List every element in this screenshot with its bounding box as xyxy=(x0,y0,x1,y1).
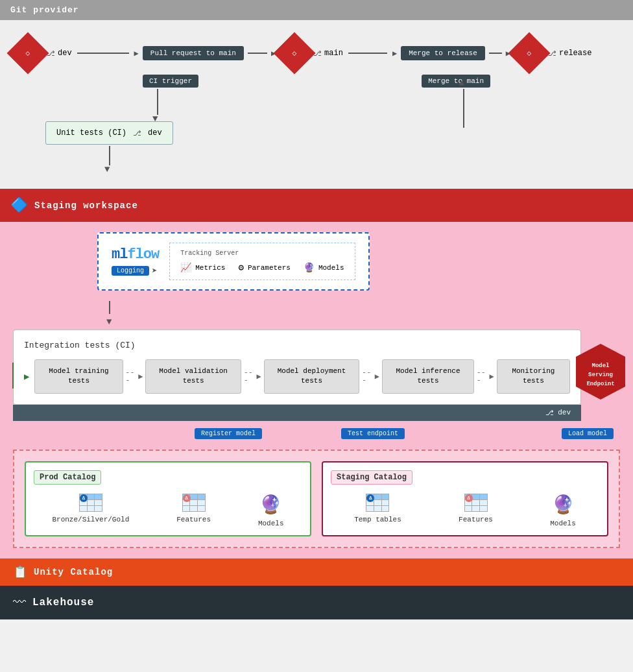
merge-to-release-badge: Merge to release xyxy=(401,46,485,60)
register-model-badge: Register model xyxy=(195,428,262,439)
release-branch-label: ⎇ release xyxy=(548,49,591,58)
unit-tests-box: Unit tests (CI) ⎇ dev xyxy=(45,121,173,145)
tracking-server-box: Tracking Server 📈 Metrics ⚙ Parameters 🔮 xyxy=(169,243,355,280)
pull-request-badge: Pull request to main xyxy=(143,46,244,60)
test-endpoint-badge: Test endpoint xyxy=(341,428,405,439)
dev-branch-label: ⎇ dev xyxy=(47,49,72,58)
unity-catalog-title: Unity Catalog xyxy=(34,567,113,577)
integration-tests-box: Integration tests (CI) ▶ Model training … xyxy=(13,330,581,405)
test-step-inference: Model inference tests xyxy=(382,359,474,394)
test-step-training: Model training tests xyxy=(34,359,123,394)
logging-badge: Logging xyxy=(112,266,149,276)
prod-catalog-title: Prod Catalog xyxy=(34,470,101,485)
lakehouse-footer: 〰 Lakehouse xyxy=(0,586,633,619)
staging-catalog-title: Staging Catalog xyxy=(331,470,412,485)
tracking-server-title: Tracking Server xyxy=(180,250,344,257)
staging-catalog-box: Staging Catalog Δ xyxy=(322,461,608,536)
git-provider-label: Git provider xyxy=(10,5,79,15)
prod-models: 🔮 Models xyxy=(258,494,284,527)
integration-tests-title: Integration tests (CI) xyxy=(24,341,570,350)
merge-to-main-badge: Merge to main xyxy=(422,75,490,88)
unity-catalog-content: Prod Catalog Δ xyxy=(13,450,620,548)
unit-tests-label: Unit tests (CI) xyxy=(56,128,126,138)
svg-text:Model: Model xyxy=(591,363,610,369)
load-model-badge: Load model xyxy=(562,428,614,439)
dev-branch-bar: ⎇ dev xyxy=(13,405,581,421)
dev-bar-branch-label: dev xyxy=(558,409,571,416)
staging-temp-tables: Δ Temp tables xyxy=(354,494,401,527)
models-item: 🔮 Models xyxy=(304,262,344,273)
prod-features: Δ Features xyxy=(176,494,211,527)
staging-workspace-header: 🔷 Staging workspace xyxy=(0,189,633,222)
parameters-item: ⚙ Parameters xyxy=(238,262,290,273)
staging-features: Δ Features xyxy=(459,494,493,527)
release-branch-text: release xyxy=(559,49,591,58)
test-step-monitoring: Monitoring tests xyxy=(497,359,570,394)
prod-catalog-box: Prod Catalog Δ xyxy=(25,461,311,536)
mlflow-logo: mlflow xyxy=(112,246,159,263)
unity-catalog-footer: 📋 Unity Catalog xyxy=(0,558,633,586)
svg-text:Serving: Serving xyxy=(588,372,613,378)
staging-title: Staging workspace xyxy=(34,200,138,211)
svg-text:Endpoint: Endpoint xyxy=(586,381,614,387)
main-branch-label: ⎇ main xyxy=(313,49,343,58)
staging-models: 🔮 Models xyxy=(550,494,576,527)
main-branch-text: main xyxy=(324,49,343,58)
lakehouse-title: Lakehouse xyxy=(32,597,94,608)
model-serving-endpoint: Model Serving Endpoint xyxy=(575,342,627,394)
ci-trigger-badge: CI trigger xyxy=(143,75,198,88)
test-step-deployment: Model deployment tests xyxy=(264,359,360,394)
test-step-validation: Model validation tests xyxy=(145,359,241,394)
git-provider-header: Git provider xyxy=(0,0,633,20)
dev-branch-text: dev xyxy=(58,49,72,58)
unit-tests-branch: dev xyxy=(148,128,162,138)
mlflow-tracking-server: mlflow Logging ➤ Tracking Server 📈 xyxy=(97,232,370,291)
prod-bronze-silver-gold: Δ Bronze/Silver/Gold xyxy=(52,494,129,527)
metrics-item: 📈 Metrics xyxy=(180,262,225,273)
